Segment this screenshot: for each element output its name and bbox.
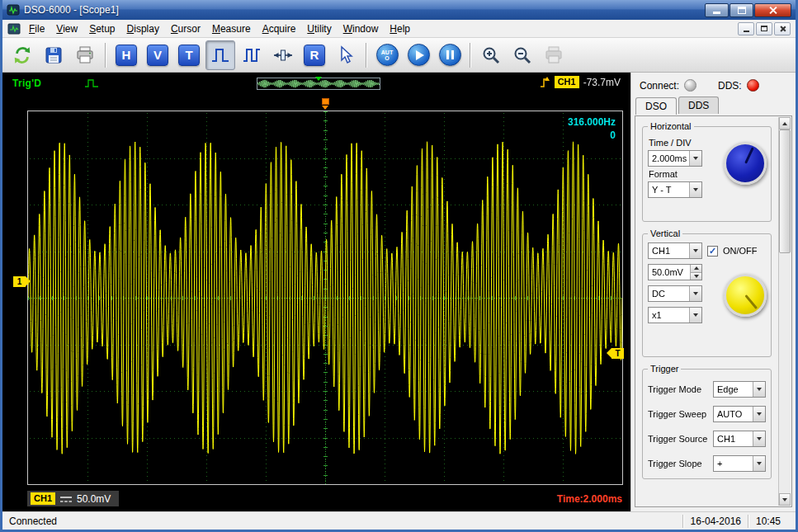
trigger-slope-select[interactable]: + [713,455,766,472]
dropdown-arrow-icon[interactable] [753,382,765,397]
trigger-slope-value: + [714,456,753,471]
toolbar-separator [470,43,471,68]
stepper-down-icon[interactable] [690,272,701,280]
waveform-capture-button[interactable] [237,40,267,70]
child-minimize-icon [744,31,749,32]
menu-item-help[interactable]: Help [384,21,416,36]
volts-div-knob[interactable] [724,274,767,317]
zoom-in-button[interactable] [476,40,506,70]
refresh-button[interactable] [7,40,37,70]
dropdown-arrow-icon[interactable] [689,308,701,322]
measure-width-button[interactable] [268,40,298,70]
scope-status-strip: Trig'D CH1 -73.7mV [2,73,630,94]
scroll-up-icon[interactable] [779,117,791,129]
scroll-down-icon[interactable] [779,493,791,506]
dropdown-arrow-icon[interactable] [753,407,765,421]
autoset-icon: AUTO [376,44,399,66]
play-icon [408,44,430,66]
menu-item-utility[interactable]: Utility [301,21,337,36]
trigger-level-marker[interactable]: T [611,348,624,359]
child-restore-button[interactable] [756,22,772,35]
zoom-out-button[interactable] [508,40,537,70]
channel-value: CH1 [649,243,689,258]
waveform-mode-button[interactable] [205,40,235,70]
start-acquisition-button[interactable] [404,40,433,70]
time-div-select[interactable]: 2.000ms [648,150,702,167]
zoom-out-icon [512,45,532,65]
knob-pointer-icon [744,294,758,309]
tab-dds[interactable]: DDS [678,97,719,114]
dropdown-arrow-icon[interactable] [689,286,701,301]
status-time: 10:45 [756,516,789,527]
dds-indicator-icon [747,79,759,92]
trigger-position-marker[interactable] [322,98,329,105]
maximize-button[interactable] [730,3,753,17]
scrollbar-thumb[interactable] [779,129,791,253]
menu-item-cursor[interactable]: Cursor [165,21,206,36]
trigger-mode-select[interactable]: Edge [713,381,766,398]
channel-select[interactable]: CH1 [648,242,702,259]
control-panel: Connect: DDS: DSO DDS Horizontal Time / … [630,73,796,511]
horizontal-group-title: Horizontal [648,121,694,131]
format-select[interactable]: Y - T [648,181,702,198]
probe-select[interactable]: x1 [648,307,702,323]
document-icon [7,23,21,35]
print-button[interactable] [70,40,100,70]
trigger-icon: T [178,45,200,66]
trigger-source-select[interactable]: CH1 [713,431,766,447]
minimize-button[interactable] [705,3,729,17]
time-div-knob[interactable] [724,142,767,185]
count-readout: 0 [568,129,616,142]
run-button[interactable]: R [300,40,329,70]
graticule: 316.000Hz 0 [27,111,623,485]
child-close-button[interactable] [774,22,791,35]
scrollbar-track[interactable] [779,129,791,493]
menu-item-display[interactable]: Display [121,21,165,36]
channel-onoff-checkbox[interactable]: ✓ [707,246,718,257]
connect-label: Connect: [640,80,679,92]
channel1-position-marker[interactable]: 1 [13,276,26,287]
dropdown-arrow-icon[interactable] [753,431,765,446]
capture-preview[interactable] [257,78,380,90]
vertical-icon: V [147,45,168,66]
cursor-tool-button[interactable] [331,40,361,70]
coupling-select[interactable]: DC [648,285,702,302]
dropdown-arrow-icon[interactable] [689,182,701,197]
stepper-up-icon[interactable] [690,265,701,272]
dropdown-arrow-icon[interactable] [753,456,765,471]
preview-position-marker-icon[interactable] [315,77,322,81]
trigger-settings-button[interactable]: T [174,40,204,70]
panel-tabs: DSO DDS [631,97,796,114]
dropdown-arrow-icon[interactable] [689,243,701,258]
panel-scrollbar[interactable] [778,117,791,506]
autoset-button[interactable]: AUTO [372,40,402,70]
close-button[interactable] [754,3,791,17]
pause-icon [439,44,461,66]
autoset-label: AUTO [380,49,394,61]
frequency-readout: 316.000Hz [568,115,616,129]
save-button[interactable] [39,40,68,70]
tab-dso[interactable]: DSO [635,97,677,115]
menu-item-acquire[interactable]: Acquire [257,21,302,36]
menu-item-window[interactable]: Window [338,21,385,36]
menu-item-file[interactable]: File [23,21,50,36]
trigger-sweep-select[interactable]: AUTO [713,406,766,422]
child-minimize-button[interactable] [738,22,754,35]
horizontal-settings-button[interactable]: H [111,40,141,70]
pause-acquisition-button[interactable] [435,40,465,70]
vertical-group-title: Vertical [648,228,682,238]
zoom-in-icon [481,45,501,65]
menu-bar-items: FileViewSetupDisplayCursorMeasureAcquire… [23,21,416,36]
menu-bar: FileViewSetupDisplayCursorMeasureAcquire… [2,20,796,38]
timebase-readout: Time:2.000ms [557,493,622,505]
trigger-mode-label: Trigger Mode [648,384,701,394]
menu-item-setup[interactable]: Setup [83,21,120,36]
menu-item-measure[interactable]: Measure [206,21,257,36]
trigger-group-title: Trigger [648,364,681,374]
trigger-group: Trigger Trigger Mode Edge Trigger Sweep … [642,369,772,479]
dropdown-arrow-icon[interactable] [689,151,701,166]
menu-item-view[interactable]: View [50,21,83,36]
volts-div-stepper[interactable]: 50.0mV [648,264,702,280]
probe-value: x1 [649,308,689,322]
vertical-settings-button[interactable]: V [143,40,172,70]
